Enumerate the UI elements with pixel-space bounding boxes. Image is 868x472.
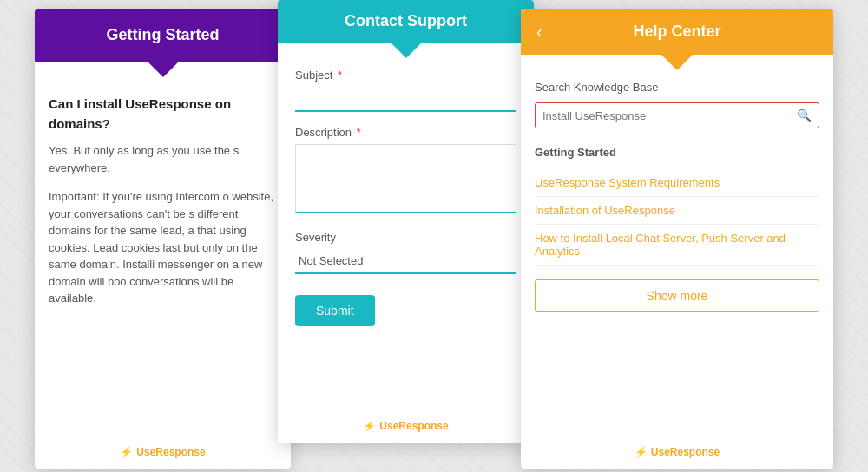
- help-link-installation[interactable]: Installation of UseResponse: [535, 197, 819, 225]
- submit-button[interactable]: Submit: [295, 295, 375, 326]
- search-input[interactable]: [542, 109, 797, 122]
- description-label: Description *: [295, 126, 516, 139]
- show-more-button[interactable]: Show more: [535, 279, 819, 312]
- getting-started-title: Getting Started: [106, 26, 219, 43]
- getting-started-body: Can I install UseResponse on domains? Ye…: [35, 62, 291, 333]
- brand-label: UseResponse: [379, 420, 448, 432]
- contact-footer: ⚡ UseResponse: [278, 420, 534, 432]
- contact-support-panel: Contact Support Subject * Description * …: [278, 0, 534, 442]
- help-link-local-chat[interactable]: How to Install Local Chat Server, Push S…: [535, 225, 819, 266]
- contact-support-header: Contact Support: [278, 0, 534, 43]
- article-body-2: Important: If you're using Intercom o we…: [49, 188, 277, 307]
- back-button[interactable]: ‹: [533, 22, 546, 42]
- article-body-1: Yes. But only as long as you use the s e…: [49, 142, 277, 176]
- search-box: 🔍: [535, 102, 819, 128]
- brand-label: UseResponse: [651, 446, 720, 458]
- lightning-icon: ⚡: [635, 446, 648, 458]
- lightning-icon: ⚡: [120, 446, 133, 458]
- subject-required: *: [338, 69, 342, 82]
- description-group: Description *: [295, 126, 516, 217]
- subject-label: Subject *: [295, 69, 516, 82]
- contact-support-title: Contact Support: [345, 12, 467, 30]
- severity-select[interactable]: Not Selected Low Medium High Critical: [295, 249, 516, 274]
- brand-label: UseResponse: [136, 446, 205, 458]
- subject-input[interactable]: [295, 87, 516, 112]
- severity-group: Severity Not Selected Low Medium High Cr…: [295, 231, 516, 274]
- search-icon: 🔍: [797, 108, 812, 122]
- help-link-system-requirements[interactable]: UseResponse System Requirements: [535, 169, 819, 197]
- description-required: *: [357, 126, 361, 139]
- search-section-title: Search Knowledge Base: [535, 81, 819, 94]
- brand-name: UseResponse: [136, 446, 205, 458]
- help-center-footer: ⚡ UseResponse: [521, 446, 833, 458]
- getting-started-header: Getting Started: [35, 9, 291, 62]
- getting-started-footer: ⚡ UseResponse: [35, 446, 291, 458]
- article-title: Can I install UseResponse on domains?: [49, 95, 277, 134]
- brand-name: UseResponse: [379, 420, 448, 432]
- help-center-body: Search Knowledge Base 🔍 Getting Started …: [521, 55, 833, 326]
- getting-started-panel: Getting Started Can I install UseRespons…: [35, 9, 291, 469]
- description-input[interactable]: [295, 144, 516, 213]
- brand-name: UseResponse: [651, 446, 720, 458]
- help-center-header: ‹ Help Center: [521, 9, 833, 55]
- help-center-panel: ‹ Help Center Search Knowledge Base 🔍 Ge…: [521, 9, 833, 469]
- severity-label: Severity: [295, 231, 516, 244]
- subject-group: Subject *: [295, 69, 516, 112]
- getting-started-section-heading: Getting Started: [535, 146, 819, 159]
- lightning-icon: ⚡: [363, 420, 376, 432]
- contact-form: Subject * Description * Severity Not Sel…: [278, 43, 534, 340]
- help-center-title: Help Center: [633, 23, 720, 41]
